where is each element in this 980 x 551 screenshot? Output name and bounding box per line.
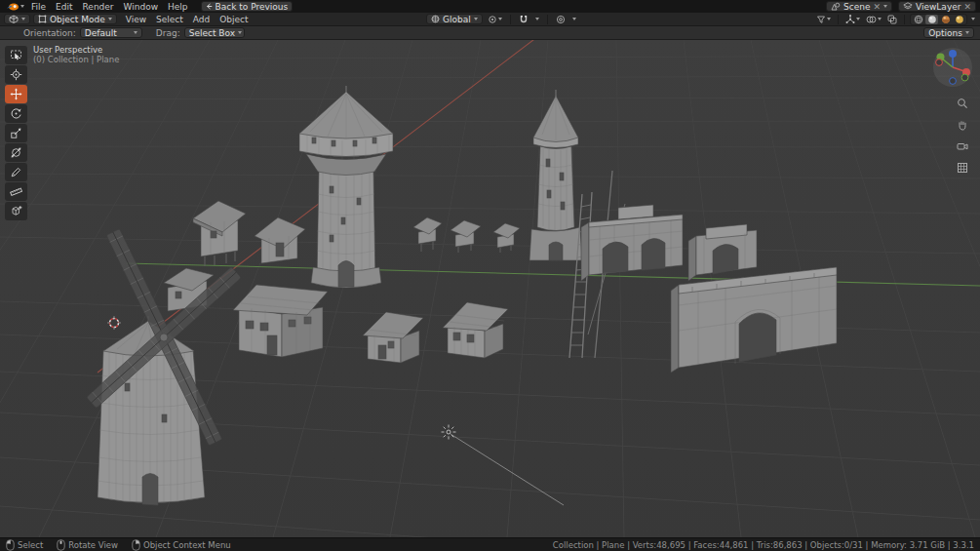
- market-stall-3-model[interactable]: [493, 223, 520, 253]
- navigation-gizmo-icon: [931, 46, 974, 89]
- zoom-control[interactable]: [954, 95, 971, 112]
- round-tower-model[interactable]: [299, 86, 393, 288]
- mouse-middle-icon: [57, 539, 65, 551]
- transform-orientation-label: Global: [443, 15, 471, 24]
- 3d-viewport[interactable]: User Perspective (0) Collection | Plane: [0, 40, 980, 537]
- windmill-model[interactable]: [87, 229, 242, 505]
- mode-dropdown-label: Object Mode: [50, 15, 105, 24]
- zoom-icon: [957, 98, 968, 109]
- tool-rotate[interactable]: [5, 104, 27, 123]
- rotate-tool-icon: [10, 107, 22, 120]
- shading-rendered-button[interactable]: [953, 15, 965, 24]
- tool-transform[interactable]: [5, 143, 27, 162]
- hint-select: Select: [6, 539, 43, 551]
- menu-object[interactable]: Object: [215, 13, 253, 25]
- viewport-header: Object Mode View Select Add Object Globa…: [0, 13, 980, 26]
- long-house-model[interactable]: [233, 285, 328, 357]
- tower-house-model[interactable]: [193, 201, 246, 266]
- tool-measure[interactable]: [5, 182, 27, 201]
- show-overlays-toggle[interactable]: [864, 14, 883, 25]
- viewlayer-name: ViewLayer: [916, 2, 960, 12]
- back-arrow-icon: [206, 3, 213, 10]
- tool-scale[interactable]: [5, 124, 27, 142]
- slim-tower-model[interactable]: [529, 90, 582, 260]
- menu-view[interactable]: View: [121, 13, 151, 25]
- drag-value: Select Box: [189, 28, 235, 38]
- tool-select-box[interactable]: [5, 46, 27, 64]
- menu-add[interactable]: Add: [188, 13, 215, 25]
- shading-solid-button[interactable]: [925, 15, 938, 24]
- gate-wall-model[interactable]: [671, 267, 837, 373]
- snap-settings-dropdown[interactable]: [533, 14, 541, 25]
- proportional-editing-toggle[interactable]: [554, 14, 568, 25]
- blender-logo[interactable]: [4, 1, 26, 13]
- small-house-b-model[interactable]: [443, 302, 508, 358]
- proportional-falloff-dropdown[interactable]: [570, 14, 578, 25]
- tool-annotate[interactable]: [5, 163, 27, 181]
- statusbar: Select Rotate View Object Context Menu C…: [0, 537, 980, 551]
- xray-toggle[interactable]: [885, 14, 899, 25]
- orientation-value: Default: [85, 28, 117, 38]
- menu-edit[interactable]: Edit: [51, 0, 77, 13]
- tool-add-cube[interactable]: [5, 202, 27, 220]
- y-axis-line: [127, 263, 980, 286]
- menu-select[interactable]: Select: [151, 13, 188, 25]
- filter-dropdown[interactable]: [814, 14, 833, 25]
- blender-logo-icon: [6, 2, 20, 12]
- viewport-editor-icon: [9, 15, 19, 23]
- orientation-dropdown[interactable]: Default: [80, 27, 142, 38]
- shading-settings-dropdown[interactable]: [969, 14, 977, 25]
- scene-selector[interactable]: Scene ✕: [826, 1, 892, 12]
- viewlayer-unlink-icon[interactable]: ✕: [963, 2, 971, 12]
- menu-window[interactable]: Window: [119, 0, 164, 13]
- scene-unlink-icon[interactable]: ✕: [873, 2, 881, 12]
- menu-help-label: Help: [168, 2, 188, 12]
- camera-view-control[interactable]: [954, 138, 971, 155]
- topbar: File Edit Render Window Help Back to Pre…: [0, 0, 980, 13]
- menu-file[interactable]: File: [26, 0, 51, 13]
- market-stall-1-model[interactable]: [413, 217, 442, 252]
- arch-gate-model[interactable]: [688, 224, 757, 281]
- hint-rotate-view: Rotate View: [57, 539, 118, 551]
- back-to-previous-button[interactable]: Back to Previous: [201, 1, 294, 12]
- small-house-a-model[interactable]: [363, 312, 423, 363]
- transform-tool-icon: [10, 146, 22, 159]
- snap-toggle[interactable]: [517, 14, 530, 25]
- tool-cursor[interactable]: [5, 65, 27, 84]
- solid-sphere-icon: [927, 15, 937, 24]
- transform-orientation-select[interactable]: Global: [426, 14, 483, 24]
- drag-dropdown[interactable]: Select Box: [184, 27, 245, 38]
- material-sphere-icon: [941, 15, 951, 24]
- scale-tool-icon: [10, 127, 22, 139]
- market-stall-2-model[interactable]: [451, 220, 481, 253]
- options-label: Options: [928, 28, 962, 38]
- hint-context-menu-label: Object Context Menu: [143, 540, 231, 550]
- double-arch-wall-model[interactable]: [581, 205, 683, 281]
- show-gizmo-toggle[interactable]: [843, 14, 862, 25]
- menu-render[interactable]: Render: [78, 0, 119, 13]
- shading-material-button[interactable]: [939, 15, 952, 24]
- mode-dropdown[interactable]: Object Mode: [33, 14, 117, 24]
- options-dropdown[interactable]: Options: [923, 27, 974, 38]
- orientation-label: Orientation:: [23, 28, 76, 38]
- viewlayer-selector[interactable]: ViewLayer ✕: [898, 1, 976, 12]
- tool-move[interactable]: [5, 85, 27, 103]
- proportional-editing-icon: [556, 15, 566, 24]
- pivot-point-dropdown[interactable]: [486, 14, 504, 25]
- ortho-grid-icon: [957, 162, 968, 174]
- drag-label: Drag:: [156, 28, 180, 38]
- hut-model[interactable]: [255, 217, 305, 263]
- menu-object-label: Object: [219, 15, 248, 24]
- editor-type-button[interactable]: [4, 14, 30, 24]
- shading-wireframe-button[interactable]: [912, 15, 924, 24]
- funnel-icon: [816, 15, 826, 24]
- menu-select-label: Select: [156, 15, 183, 24]
- pan-control[interactable]: [954, 116, 971, 134]
- navigation-gizmo[interactable]: [931, 46, 974, 89]
- overlays-icon: [866, 15, 877, 24]
- ortho-toggle-control[interactable]: [954, 159, 971, 177]
- wireframe-sphere-icon: [914, 15, 923, 24]
- menu-help[interactable]: Help: [163, 0, 193, 13]
- add-cube-icon: [10, 205, 22, 217]
- menu-add-label: Add: [193, 15, 210, 24]
